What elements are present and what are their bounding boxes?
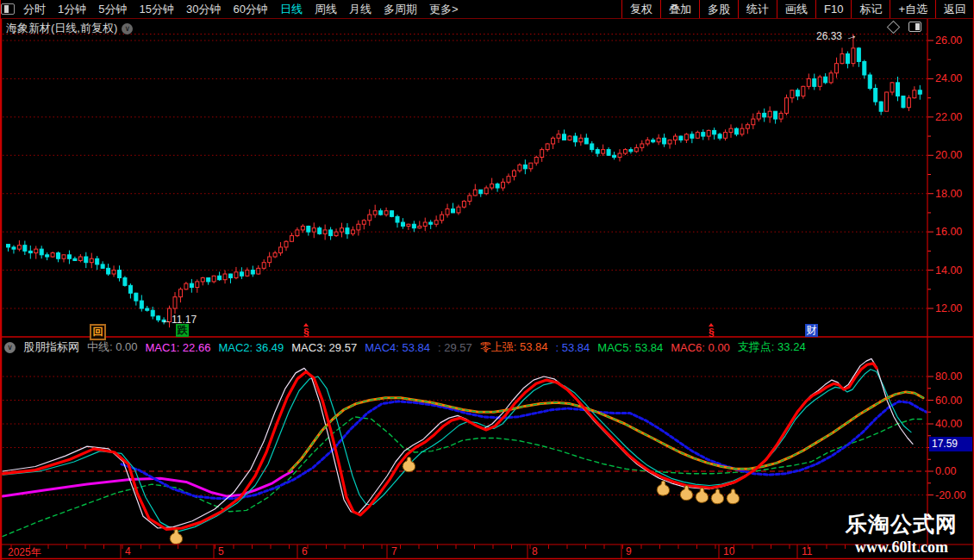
watermark: 乐淘公式网 www.60lt.com xyxy=(846,510,958,557)
candle-body xyxy=(457,207,460,213)
toolbar-button-标记[interactable]: 标记 xyxy=(851,0,890,18)
candle-body xyxy=(123,277,127,285)
candle-body xyxy=(134,293,138,301)
candle-body xyxy=(229,274,233,277)
candle-body xyxy=(623,150,627,153)
toolbar-button-+自选[interactable]: +自选 xyxy=(890,0,935,18)
candle-body xyxy=(362,221,365,224)
period-tab-月线[interactable]: 月线 xyxy=(349,2,371,17)
month-label-4: 4 xyxy=(125,545,131,557)
event-mark-§[interactable]: § xyxy=(709,327,715,339)
period-tab-更多>[interactable]: 更多> xyxy=(429,2,459,17)
candle-body xyxy=(518,165,521,171)
top-toolbar: 分时1分钟5分钟15分钟30分钟60分钟日线周线月线多周期更多> 复权叠加多股统… xyxy=(1,0,974,19)
candle-body xyxy=(818,77,821,86)
candle-body xyxy=(852,48,855,64)
candle-body xyxy=(829,73,833,83)
candle-body xyxy=(318,228,322,234)
gold-hand-marker xyxy=(711,489,723,504)
candle-body xyxy=(296,230,299,236)
candle-body xyxy=(529,163,533,169)
candle-body xyxy=(273,253,277,257)
candle-body xyxy=(146,308,149,310)
indicator-name[interactable]: 股朋指标网 xyxy=(23,339,79,355)
toolbar-button-画线[interactable]: 画线 xyxy=(777,0,815,18)
x-axis-year-label: 2025年 xyxy=(8,545,41,560)
period-tab-1分钟[interactable]: 1分钟 xyxy=(58,2,86,17)
period-tab-周线[interactable]: 周线 xyxy=(315,2,337,17)
toolbar-button-统计[interactable]: 统计 xyxy=(738,0,777,18)
period-tab-分时[interactable]: 分时 xyxy=(23,2,46,17)
candle-body xyxy=(190,283,193,287)
window-icon[interactable] xyxy=(1,3,15,15)
month-label-6: 6 xyxy=(302,545,308,557)
candle-body xyxy=(607,150,610,156)
candle-body xyxy=(568,136,571,140)
period-tab-30分钟[interactable]: 30分钟 xyxy=(186,2,221,17)
period-tab-15分钟[interactable]: 15分钟 xyxy=(139,2,173,17)
candle-body xyxy=(96,258,99,264)
indicator-field-10: 支撑点: 33.24 xyxy=(738,339,806,355)
candle-body xyxy=(201,277,204,281)
month-label-7: 7 xyxy=(391,545,397,557)
indicator-field-3: MAC3: 29.57 xyxy=(291,341,357,354)
event-mark-回[interactable]: 回 xyxy=(90,324,106,340)
title-dropdown-icon[interactable]: ∨ xyxy=(122,23,133,34)
candle-body xyxy=(312,228,315,232)
candle-body xyxy=(184,283,188,289)
main-chart-canvas[interactable]: 26.0024.0022.0020.0018.0016.0014.0012.00… xyxy=(1,0,974,560)
toolbar-button-多股[interactable]: 多股 xyxy=(699,0,738,18)
indicator-line-green-osc xyxy=(3,417,925,537)
candle-body xyxy=(218,276,222,279)
toolbar-button-返回[interactable]: 返回 xyxy=(935,0,974,18)
main-y-label: 20.00 xyxy=(935,149,962,161)
candle-body xyxy=(373,211,377,215)
event-mark-跌[interactable]: 跌 xyxy=(176,324,189,337)
candle-body xyxy=(668,140,671,144)
ind-y-label: 60.00 xyxy=(935,395,962,407)
candle-body xyxy=(284,241,288,247)
candle-body xyxy=(17,246,21,249)
candle-body xyxy=(440,215,444,221)
period-tab-多周期[interactable]: 多周期 xyxy=(384,2,417,17)
diamond-icon[interactable] xyxy=(887,20,901,34)
candle-body xyxy=(290,236,293,242)
candle-body xyxy=(173,297,177,308)
candle-body xyxy=(40,249,43,255)
candle-body xyxy=(779,113,783,119)
indicator-field-4: MAC4: 53.84 xyxy=(365,341,430,354)
period-tab-5分钟[interactable]: 5分钟 xyxy=(98,2,127,17)
period-tab-日线[interactable]: 日线 xyxy=(280,2,303,17)
candle-body xyxy=(307,226,310,232)
candle-body xyxy=(90,258,93,262)
indicator-field-2: MAC2: 36.49 xyxy=(218,341,284,354)
candle-body xyxy=(557,134,560,138)
candle-body xyxy=(707,130,710,136)
indicator-collapse-icon[interactable]: ∨ xyxy=(4,342,16,353)
period-tab-60分钟[interactable]: 60分钟 xyxy=(233,2,267,17)
month-label-5: 5 xyxy=(218,545,224,557)
event-mark-财[interactable]: 财 xyxy=(805,324,818,337)
candle-body xyxy=(301,226,304,229)
candle-body xyxy=(484,188,488,194)
candle-body xyxy=(746,125,749,128)
toolbar-button-F10[interactable]: F10 xyxy=(815,0,851,18)
candle-body xyxy=(62,255,66,258)
candle-body xyxy=(618,153,621,157)
candle-body xyxy=(590,144,594,150)
month-label-8: 8 xyxy=(532,545,538,557)
candle-body xyxy=(885,92,889,111)
candle-body xyxy=(446,208,449,215)
candle-body xyxy=(246,271,249,277)
watermark-site-name: 乐淘公式网 xyxy=(846,510,958,538)
candle-body xyxy=(523,165,527,168)
split-view-icon[interactable] xyxy=(908,22,921,32)
candle-body xyxy=(323,230,327,233)
toolbar-button-复权[interactable]: 复权 xyxy=(621,0,660,18)
candle-body xyxy=(351,230,354,233)
candle-body xyxy=(740,128,744,134)
candle-body xyxy=(679,136,683,140)
toolbar-button-叠加[interactable]: 叠加 xyxy=(660,0,699,18)
indicator-field-5: : 29.57 xyxy=(438,341,472,354)
event-mark-§[interactable]: § xyxy=(303,327,309,339)
